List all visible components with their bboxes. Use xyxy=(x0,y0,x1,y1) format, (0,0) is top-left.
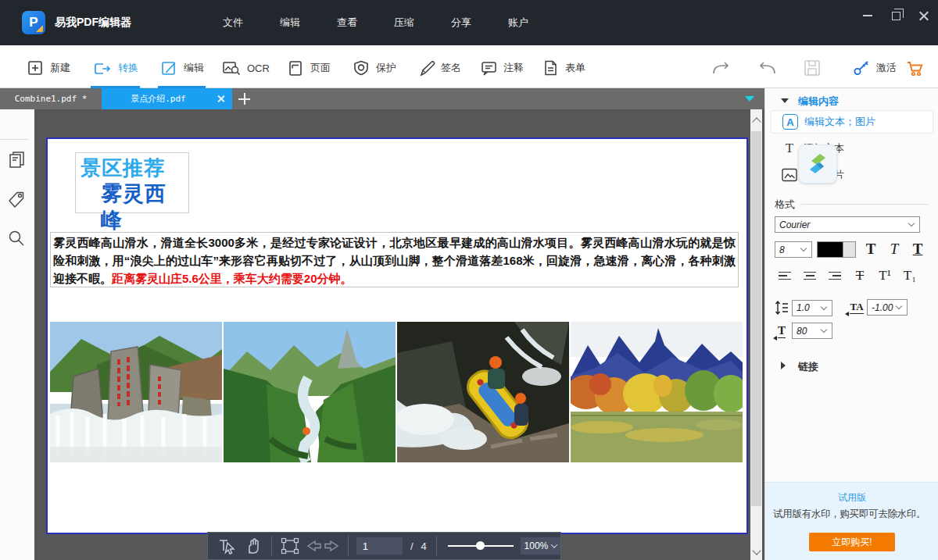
edit-text-a-icon: A xyxy=(782,114,798,130)
redo-button[interactable] xyxy=(710,56,732,80)
right-panel: 编辑内容 A 编辑文本；图片 T 添加文本 添加图片 格式 Co xyxy=(764,88,938,560)
thumbnails-panel-button[interactable] xyxy=(5,148,27,170)
tab-combine1-label: Combine1.pdf * xyxy=(15,94,88,104)
back-forward-icons[interactable] xyxy=(304,537,342,555)
menu-share[interactable]: 分享 xyxy=(451,16,471,30)
protect-button[interactable]: 保护 xyxy=(352,56,396,80)
undo-button[interactable] xyxy=(757,56,779,80)
thumbnails-icon xyxy=(5,148,27,170)
char-spacing-select[interactable]: -1.00 xyxy=(867,299,908,316)
add-image-option[interactable]: 添加图片 xyxy=(771,163,933,187)
menu-account[interactable]: 账户 xyxy=(508,16,528,30)
photo-green-valley[interactable] xyxy=(224,322,396,462)
tab-list-dropdown-icon[interactable] xyxy=(745,96,754,102)
app-title: 易我PDF编辑器 xyxy=(55,0,131,45)
font-size-value: 8 xyxy=(775,244,801,255)
document-title-line1: 景区推荐 xyxy=(81,155,184,180)
pdf-page[interactable]: 景区推荐 雾灵西峰 雾灵西峰高山滑水，滑道全长3000多米，是经过专家论证设计，… xyxy=(46,137,748,534)
subscript-button[interactable]: T₁ xyxy=(900,266,920,285)
add-text-t-icon: T xyxy=(786,141,793,156)
menu-edit[interactable]: 编辑 xyxy=(280,16,300,30)
scroll-down-icon[interactable] xyxy=(752,546,761,555)
save-icon xyxy=(802,58,822,78)
scrollbar-thumb[interactable] xyxy=(751,131,761,506)
convert-button[interactable]: 转换 xyxy=(92,56,138,80)
page-number-input[interactable]: 1 xyxy=(356,537,403,555)
align-left-button[interactable] xyxy=(775,266,795,285)
line-spacing-select[interactable]: 1.0 xyxy=(792,300,832,316)
tab-scenic-intro[interactable]: 景点介绍.pdf xyxy=(102,88,232,109)
search-panel-button[interactable] xyxy=(5,227,27,249)
menu-file[interactable]: 文件 xyxy=(223,16,243,30)
menubar: 文件 编辑 查看 压缩 分享 账户 xyxy=(223,0,565,45)
font-color-picker[interactable] xyxy=(817,241,856,258)
cart-button[interactable] xyxy=(904,56,926,80)
font-color-swatch xyxy=(818,242,843,257)
h-scale-select[interactable]: 80 xyxy=(792,323,832,339)
zoom-slider[interactable] xyxy=(448,537,513,555)
convert-icon xyxy=(92,59,113,77)
photo-waterfall-rocks[interactable] xyxy=(50,322,222,462)
underline-button[interactable]: T xyxy=(908,239,928,259)
activate-button[interactable]: 激活 xyxy=(852,56,897,80)
menu-view[interactable]: 查看 xyxy=(337,16,357,30)
tab-bar: Combine1.pdf * 景点介绍.pdf xyxy=(0,88,764,109)
format-section-label: 格式 xyxy=(775,198,795,212)
strikethrough-button[interactable]: T xyxy=(850,266,870,285)
sign-button[interactable]: 签名 xyxy=(417,56,461,80)
pages-button[interactable]: 页面 xyxy=(286,56,331,80)
whitewater-raft-image xyxy=(397,322,569,462)
bold-button[interactable]: T xyxy=(861,239,881,259)
link-section-header[interactable]: 链接 xyxy=(765,360,938,374)
select-text-tool-button[interactable] xyxy=(214,534,241,558)
restore-button[interactable] xyxy=(882,3,910,28)
italic-button[interactable]: T xyxy=(884,239,904,259)
link-label: 链接 xyxy=(798,360,818,374)
marquee-zoom-button[interactable] xyxy=(277,534,303,558)
bookmark-tag-panel-button[interactable] xyxy=(5,188,27,210)
superscript-button[interactable]: T¹ xyxy=(875,266,895,285)
ocr-icon xyxy=(221,59,242,77)
photo-whitewater-raft[interactable] xyxy=(397,322,569,462)
trial-badge: 试用版 xyxy=(765,491,938,505)
edit-text-image-option[interactable]: A 编辑文本；图片 xyxy=(771,110,933,134)
add-text-option[interactable]: T 添加文本 xyxy=(771,137,933,160)
ocr-button[interactable]: OCR xyxy=(221,56,270,80)
font-family-select[interactable]: Courier xyxy=(775,216,920,233)
new-button[interactable]: 新建 xyxy=(26,56,70,80)
font-color-dropdown[interactable] xyxy=(843,242,855,257)
save-button[interactable] xyxy=(802,56,822,80)
tag-icon xyxy=(5,188,27,210)
canvas-scrollbar[interactable] xyxy=(750,109,762,560)
comment-button[interactable]: 注释 xyxy=(479,56,524,80)
tab-combine1[interactable]: Combine1.pdf * xyxy=(0,88,102,109)
form-button[interactable]: 表单 xyxy=(541,56,585,80)
align-right-button[interactable] xyxy=(825,266,845,285)
tab-close-icon[interactable] xyxy=(216,94,226,104)
zoom-slider-thumb[interactable] xyxy=(476,541,485,550)
buy-now-button[interactable]: 立即购买! xyxy=(809,533,895,551)
align-center-button[interactable] xyxy=(800,266,820,285)
char-spacing-value: -1.00 xyxy=(868,302,897,313)
chevron-down-icon xyxy=(800,245,807,251)
expand-triangle-icon xyxy=(781,362,786,369)
photo-autumn-lake[interactable] xyxy=(571,322,743,462)
protect-icon xyxy=(352,59,371,77)
format-divider xyxy=(801,204,928,205)
edit-button[interactable]: 编辑 xyxy=(159,56,204,80)
menu-compress[interactable]: 压缩 xyxy=(394,16,414,30)
cart-icon xyxy=(904,58,926,78)
minimize-button[interactable] xyxy=(854,3,882,28)
scroll-up-icon[interactable] xyxy=(752,117,761,126)
document-canvas[interactable]: 景区推荐 雾灵西峰 雾灵西峰高山滑水，滑道全长3000多米，是经过专家论证设计，… xyxy=(34,109,764,560)
edit-content-section-header[interactable]: 编辑内容 xyxy=(765,95,938,109)
zoom-level-dropdown[interactable]: 100% xyxy=(521,537,560,555)
close-button[interactable] xyxy=(910,3,938,28)
char-spacing-control: TA -1.00 xyxy=(848,299,908,316)
document-paragraph-textbox[interactable]: 雾灵西峰高山滑水，滑道全长3000多米，是经过专家论证设计，北京地区最早建成的高… xyxy=(50,232,739,287)
document-title-textbox[interactable]: 景区推荐 雾灵西峰 xyxy=(75,152,189,213)
new-tab-button[interactable] xyxy=(238,93,250,105)
font-size-select[interactable]: 8 xyxy=(775,241,812,258)
font-family-value: Courier xyxy=(775,219,909,230)
hand-tool-button[interactable] xyxy=(241,534,267,558)
